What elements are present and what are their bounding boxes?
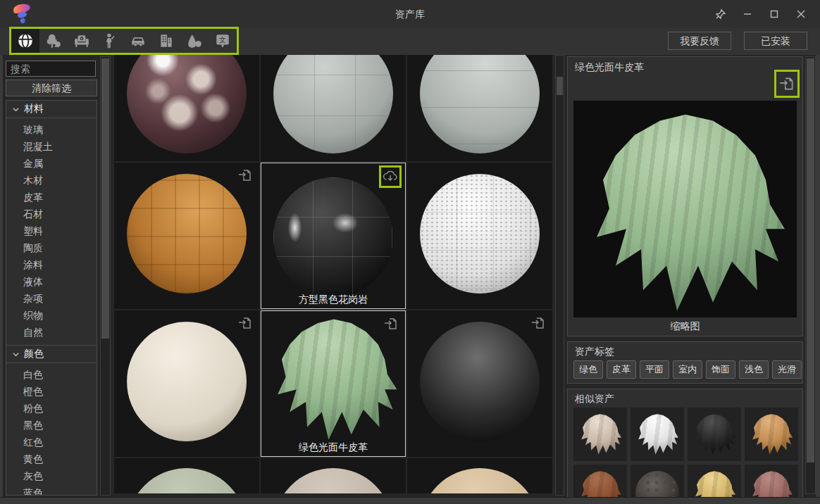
similar-asset-black-cloth[interactable] xyxy=(688,408,741,461)
sidebar-item-metal[interactable]: 金属 xyxy=(6,155,97,172)
asset-tags-block: 资产标签 绿色 皮革 平面 室内 饰面 浅色 光滑 有光泽 xyxy=(567,341,803,384)
tab-furniture[interactable] xyxy=(68,29,96,53)
tag-flat[interactable]: 平面 xyxy=(640,360,669,379)
sidebar-item-liquid[interactable]: 液体 xyxy=(6,273,97,290)
category-group-highlight: 文 xyxy=(9,27,239,55)
sidebar-item-gray[interactable]: 灰色 xyxy=(6,467,97,484)
sidebar-item-wood[interactable]: 木材 xyxy=(6,172,97,189)
asset-preview xyxy=(573,101,797,317)
material-tile-green-leather[interactable]: 绿色光面牛皮革 xyxy=(261,310,406,457)
similar-title: 相似资产 xyxy=(575,393,614,405)
window-frame-left xyxy=(0,55,3,497)
sidebar-item-pink[interactable]: 粉色 xyxy=(6,400,97,417)
tag-interior[interactable]: 室内 xyxy=(673,360,702,379)
window-frame-right xyxy=(816,55,820,497)
svg-text:文: 文 xyxy=(219,36,226,44)
category-toolbar: 文 我要反馈 已安装 xyxy=(0,28,820,55)
minimize-icon[interactable] xyxy=(734,4,761,25)
similar-asset-beige-cloth[interactable] xyxy=(573,408,627,461)
tab-vegetation[interactable] xyxy=(39,29,68,53)
tab-vehicles[interactable] xyxy=(124,29,152,53)
asset-grid: 方型黑色花岗岩 绿色光面牛皮革 xyxy=(114,55,554,495)
sidebar-item-misc[interactable]: 杂项 xyxy=(6,290,97,307)
decals-icon xyxy=(186,32,203,49)
installed-button[interactable]: 已安装 xyxy=(744,32,807,50)
sidebar-item-white[interactable]: 白色 xyxy=(6,366,97,383)
detail-scrollbar[interactable] xyxy=(805,56,816,494)
chevron-down-icon xyxy=(12,351,20,358)
titlebar: 资产库 xyxy=(0,0,820,28)
vegetation-tree-icon xyxy=(45,32,62,49)
tab-buildings[interactable] xyxy=(152,29,180,53)
material-tile-black-matte[interactable] xyxy=(407,310,552,457)
similar-asset-white-cloth[interactable] xyxy=(630,408,684,461)
feedback-button[interactable]: 我要反馈 xyxy=(668,32,731,50)
export-icon[interactable] xyxy=(236,314,254,332)
material-tile-sage[interactable] xyxy=(114,458,259,493)
sidebar-item-leather[interactable]: 皮革 xyxy=(6,189,97,206)
sidebar-item-blue[interactable]: 蓝色 xyxy=(6,484,97,496)
similar-assets-block: 相似资产 xyxy=(567,389,803,497)
tag-finish[interactable]: 饰面 xyxy=(706,360,735,379)
export-icon[interactable] xyxy=(529,314,547,332)
material-tile-black-granite[interactable]: 方型黑色花岗岩 xyxy=(261,163,406,309)
download-icon[interactable] xyxy=(379,165,402,188)
detail-preview-block: 绿色光面牛皮革 缩略图 xyxy=(567,56,803,336)
sidebar-item-glass[interactable]: 玻璃 xyxy=(6,121,97,138)
chevron-down-icon xyxy=(12,106,20,113)
export-icon[interactable] xyxy=(774,70,800,98)
similar-asset-brown-cloth[interactable] xyxy=(573,465,627,497)
export-icon[interactable] xyxy=(382,315,400,333)
tag-light[interactable]: 浅色 xyxy=(739,360,769,379)
similar-asset-studded-sphere[interactable] xyxy=(630,465,684,497)
buildings-icon xyxy=(158,32,175,49)
sidebar-item-paint[interactable]: 涂料 xyxy=(6,256,97,273)
sidebar-item-ceramic[interactable]: 陶质 xyxy=(6,239,97,256)
tab-signs[interactable]: 文 xyxy=(209,29,237,53)
grid-scrollbar[interactable] xyxy=(555,55,564,496)
tab-characters[interactable] xyxy=(96,29,124,53)
sidebar-item-orange[interactable]: 橙色 xyxy=(6,383,97,400)
materials-sphere-icon xyxy=(17,32,34,49)
sidebar-item-yellow[interactable]: 黄色 xyxy=(6,451,97,467)
furniture-sofa-icon xyxy=(73,32,90,49)
thumbnail-label: 缩略图 xyxy=(568,320,802,333)
material-tile-tan[interactable] xyxy=(407,458,552,493)
filter-panel: 材料 玻璃 混凝土 金属 木材 皮革 石材 塑料 陶质 涂料 液体 杂项 织物 … xyxy=(6,100,97,496)
sidebar-item-black[interactable]: 黑色 xyxy=(6,417,97,434)
similar-asset-gold-cloth[interactable] xyxy=(688,465,741,497)
material-tile-perforated[interactable] xyxy=(407,163,552,309)
sidebar-item-nature[interactable]: 自然 xyxy=(6,324,97,341)
material-tile-concrete[interactable] xyxy=(261,55,406,161)
tab-decals[interactable] xyxy=(180,29,209,53)
sidebar-item-fabric[interactable]: 织物 xyxy=(6,307,97,324)
asset-title: 绿色光面牛皮革 xyxy=(575,61,644,74)
maximize-icon[interactable] xyxy=(761,4,788,25)
material-tile-marble[interactable] xyxy=(114,55,259,161)
material-tile-concrete-2[interactable] xyxy=(407,55,552,161)
clear-filter-button[interactable]: 清除筛选 xyxy=(6,80,97,96)
search-input[interactable] xyxy=(6,61,96,77)
sidebar-item-plastic[interactable]: 塑料 xyxy=(6,222,97,239)
tag-leather[interactable]: 皮革 xyxy=(607,360,636,379)
green-leather-preview-image xyxy=(580,111,791,315)
close-icon[interactable] xyxy=(788,4,814,25)
sidebar-item-stone[interactable]: 石材 xyxy=(6,206,97,222)
section-materials[interactable]: 材料 xyxy=(6,101,97,118)
tag-green[interactable]: 绿色 xyxy=(573,360,603,379)
export-icon[interactable] xyxy=(236,166,254,184)
sidebar-scrollbar[interactable] xyxy=(100,56,111,496)
material-tile-beige[interactable] xyxy=(261,458,406,493)
similar-asset-camel-cloth[interactable] xyxy=(745,408,798,461)
material-tile-cream[interactable] xyxy=(114,310,259,457)
asset-detail-panel: 绿色光面牛皮革 缩略图 资产标签 绿色 皮革 平面 室内 饰面 浅色 光滑 xyxy=(567,55,803,497)
material-tile-wood[interactable] xyxy=(114,163,259,309)
sidebar-item-concrete[interactable]: 混凝土 xyxy=(6,138,97,155)
pin-icon[interactable] xyxy=(707,4,734,25)
window-frame-bottom xyxy=(0,497,820,504)
sidebar-item-red[interactable]: 红色 xyxy=(6,434,97,451)
tag-smooth[interactable]: 光滑 xyxy=(772,360,802,379)
tab-materials[interactable] xyxy=(11,29,39,53)
section-colors[interactable]: 颜色 xyxy=(6,346,97,363)
similar-asset-mauve-cloth[interactable] xyxy=(745,465,798,497)
